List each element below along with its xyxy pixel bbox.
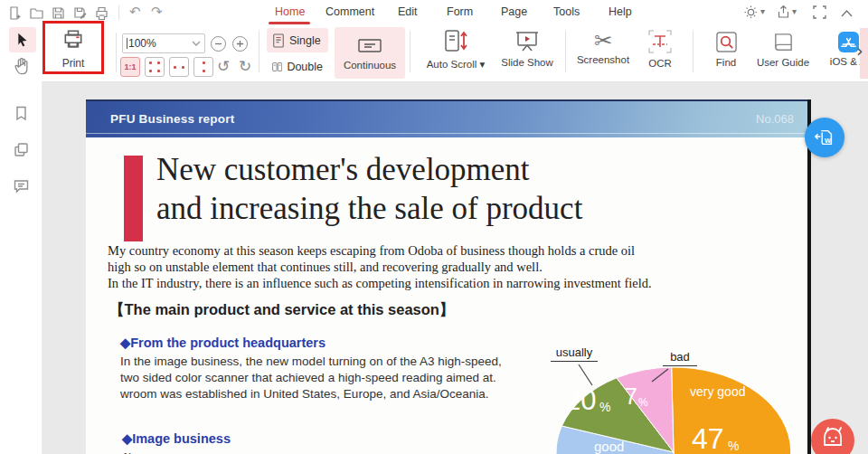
single-label: Single <box>289 34 321 47</box>
tab-form[interactable]: Form <box>447 5 473 18</box>
fit-height-button[interactable] <box>193 57 213 77</box>
divider <box>116 33 117 72</box>
usually-leader-line <box>579 364 592 385</box>
save-as-icon[interactable] <box>72 5 88 21</box>
zoom-level-combobox[interactable]: 100% <box>122 33 205 53</box>
auto-scroll-button[interactable]: Auto Scroll ▾ <box>414 27 497 78</box>
good-label: good <box>594 439 624 454</box>
select-tool-button[interactable] <box>9 27 36 52</box>
actual-size-button[interactable]: 1:1 <box>120 57 140 77</box>
minus-icon <box>214 40 222 48</box>
auto-scroll-label: Auto Scroll <box>427 59 477 70</box>
tab-tools[interactable]: Tools <box>553 5 580 18</box>
caret-down-icon: ▾ <box>480 59 486 70</box>
redo-icon[interactable]: ↷ <box>151 5 163 20</box>
bookmarks-icon[interactable] <box>13 105 30 122</box>
navigation-sidebar <box>0 81 42 454</box>
slide-show-button[interactable]: Slide Show <box>495 27 559 78</box>
open-folder-icon[interactable] <box>29 5 44 21</box>
pdf-page[interactable]: PFU Business report No.068 New customer'… <box>86 99 811 454</box>
zoom-value: 100% <box>128 37 156 50</box>
new-file-icon[interactable] <box>7 5 23 21</box>
very-good-label: very good <box>690 384 745 399</box>
ocr-icon <box>647 29 673 54</box>
share-icon[interactable] <box>776 5 791 20</box>
menu-bar: ↶ ↷ Home Comment Edit Form Page Tools He… <box>0 0 868 25</box>
convert-to-word-button[interactable]: W <box>805 118 844 157</box>
collapse-ribbon-icon[interactable] <box>839 6 854 22</box>
rotate-left-icon[interactable]: ↺ <box>217 56 230 76</box>
word-convert-icon: W <box>814 127 835 148</box>
find-button[interactable]: Find <box>709 29 743 78</box>
page-thumbnails-icon[interactable] <box>13 141 30 158</box>
hand-tool-button[interactable] <box>12 56 32 76</box>
fit-width-button[interactable] <box>169 57 189 77</box>
usually-callout: usually <box>551 345 598 362</box>
user-guide-icon <box>772 31 795 53</box>
print-button[interactable]: Print <box>45 24 101 71</box>
auto-scroll-icon <box>442 29 469 54</box>
app-window: ↶ ↷ Home Comment Edit Form Page Tools He… <box>0 0 868 454</box>
ocr-label: OCR <box>641 58 679 69</box>
usually-value: 20 <box>565 384 596 416</box>
comments-panel-icon[interactable] <box>13 177 30 194</box>
divider <box>410 31 410 72</box>
divider <box>565 31 566 72</box>
ai-assistant-button[interactable] <box>811 419 854 454</box>
very-good-value: 47 <box>692 422 724 454</box>
undo-icon[interactable]: ↶ <box>129 5 141 20</box>
bad-value: 7 <box>625 383 637 409</box>
robot-icon <box>819 426 846 453</box>
tab-home[interactable]: Home <box>275 5 305 18</box>
text-cursor <box>127 38 127 49</box>
active-tab-underline <box>269 22 310 24</box>
zoom-out-button[interactable] <box>211 36 226 52</box>
satisfaction-pie-chart: 20 % 7 % very good 47 % good <box>86 99 807 454</box>
chevron-down-icon <box>192 41 201 46</box>
user-guide-label: User Guide <box>756 57 810 68</box>
divider <box>118 5 119 20</box>
find-label: Find <box>709 57 743 68</box>
theme-brightness-icon[interactable] <box>743 5 759 20</box>
zoom-in-button[interactable] <box>232 36 248 52</box>
double-label: Double <box>287 61 323 73</box>
find-icon <box>715 31 738 53</box>
quick-print-icon[interactable] <box>94 5 109 21</box>
single-page-button[interactable]: Single <box>267 28 328 52</box>
ocr-button[interactable]: OCR <box>641 27 679 78</box>
continuous-button[interactable]: Continuous <box>335 27 405 79</box>
save-icon[interactable] <box>51 5 66 21</box>
rotate-right-icon[interactable]: ↻ <box>239 56 251 76</box>
cursor-arrow-icon <box>12 30 32 50</box>
double-page-icon <box>272 60 282 74</box>
screenshot-button[interactable]: ✂ Screenshot <box>571 25 635 78</box>
share-caret-icon[interactable]: ▾ <box>792 4 797 19</box>
user-guide-button[interactable]: User Guide <box>756 29 810 78</box>
divider <box>693 31 693 72</box>
tab-page[interactable]: Page <box>501 5 527 18</box>
plus-icon <box>236 40 244 48</box>
svg-text:W: W <box>825 137 831 145</box>
bad-callout: bad <box>663 350 697 366</box>
tab-edit[interactable]: Edit <box>398 5 418 18</box>
divider <box>259 31 259 72</box>
hand-icon <box>12 56 32 76</box>
tab-comment[interactable]: Comment <box>326 5 374 18</box>
toolbar-expand-icon[interactable]: › <box>856 43 863 59</box>
double-page-button[interactable]: Double <box>267 54 328 79</box>
fit-page-button[interactable] <box>145 57 165 77</box>
scissors-icon: ✂ <box>571 25 635 54</box>
continuous-icon <box>358 34 382 52</box>
print-label: Print <box>45 57 101 70</box>
fullscreen-icon[interactable] <box>812 5 827 20</box>
percent-sign: % <box>638 396 648 409</box>
print-icon <box>61 28 85 52</box>
percent-sign: % <box>728 439 739 453</box>
tab-help[interactable]: Help <box>609 5 632 18</box>
screenshot-label: Screenshot <box>571 54 635 65</box>
single-page-icon <box>272 33 285 48</box>
theme-caret-icon[interactable]: ▾ <box>760 4 765 19</box>
slide-show-icon <box>514 30 540 53</box>
percent-sign: % <box>599 400 610 414</box>
continuous-label: Continuous <box>335 60 405 71</box>
